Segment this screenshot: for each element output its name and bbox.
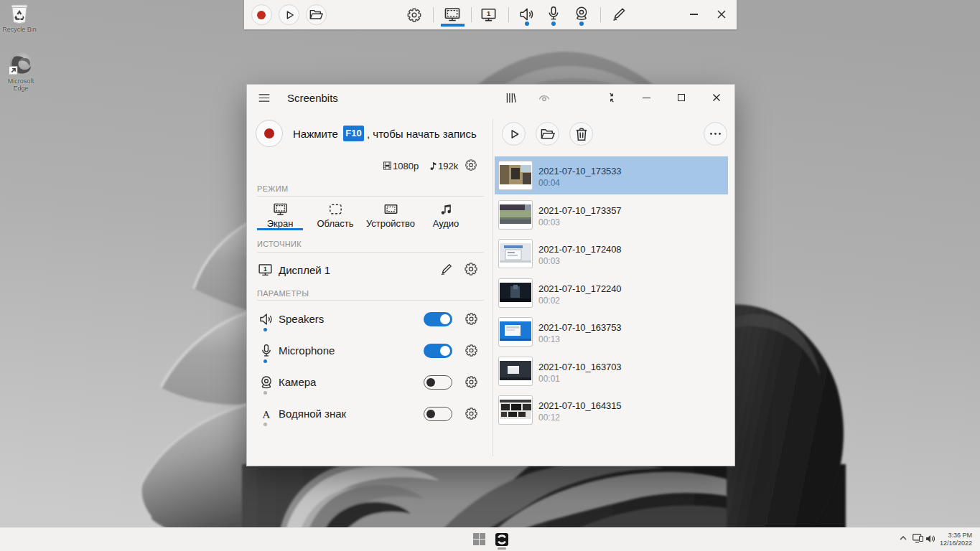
svg-text:A: A — [262, 408, 271, 420]
